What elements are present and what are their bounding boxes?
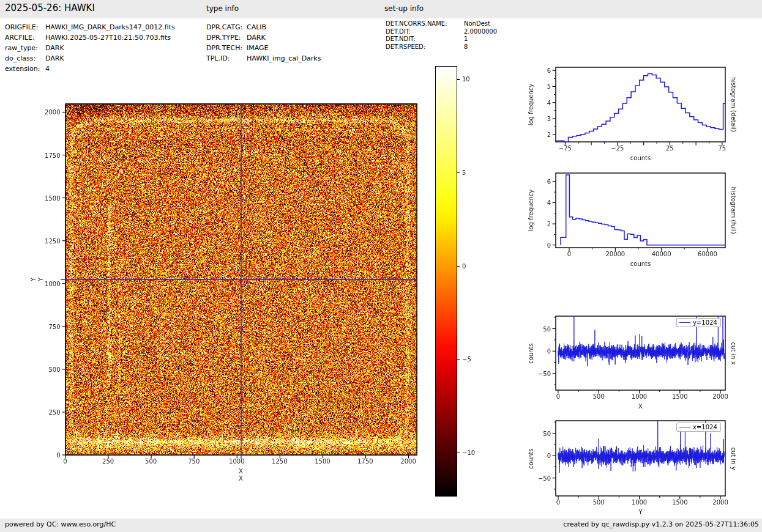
info-row: DET.DIT:2.0000000	[386, 28, 497, 36]
legend-box: x=1024	[676, 423, 721, 432]
info-label: DPR.CATG:	[206, 22, 247, 32]
setup-info-title: set-up info	[384, 4, 424, 13]
info-row: DET.NCORRS.NAME:NonDest	[386, 20, 497, 28]
info-value: 2.0000000	[464, 28, 497, 36]
info-label: ARCFILE:	[5, 32, 45, 43]
info-value: DARK	[45, 43, 64, 53]
type-info-block: DPR.CATG:CALIBDPR.TYPE:DARKDPR.TECH:IMAG…	[206, 22, 321, 64]
info-label: raw_type:	[5, 43, 45, 53]
info-label: DET.RSPEED:	[386, 43, 464, 51]
y-axis-label: counts	[528, 343, 534, 363]
x-axis-label: X	[239, 468, 243, 475]
y-axis-label: log frequency	[528, 190, 534, 232]
colorbar-tick-mark	[457, 172, 460, 173]
info-value: DARK	[247, 32, 266, 43]
info-value: IMAGE	[247, 43, 269, 53]
info-row: DET.NDIT:1	[386, 35, 497, 43]
info-row: TPL.ID:HAWKI_img_cal_Darks	[206, 53, 321, 64]
colorbar-tick-label: 10	[462, 76, 470, 83]
setup-info-block: DET.NCORRS.NAME:NonDestDET.DIT:2.0000000…	[386, 20, 497, 51]
legend-box: y=1024	[676, 318, 721, 327]
info-row: do_class:DARK	[5, 53, 175, 64]
info-label: extension:	[5, 64, 45, 74]
legend-label: x=1024	[693, 424, 717, 430]
info-label: do_class:	[5, 53, 45, 64]
legend-label: y=1024	[693, 319, 717, 326]
info-label: DET.NCORRS.NAME:	[386, 20, 464, 28]
info-label: DET.NDIT:	[386, 35, 464, 43]
hist_detail-plot-canvas	[547, 59, 734, 150]
info-row: raw_type:DARK	[5, 43, 175, 53]
info-row: DPR.TECH:IMAGE	[206, 43, 321, 53]
info-label: DPR.TECH:	[206, 43, 247, 53]
info-value: CALIB	[247, 22, 266, 32]
colorbar-tick-label: −10	[462, 449, 475, 456]
y-axis-label: counts	[528, 448, 534, 468]
x-axis-label: Y	[638, 509, 642, 515]
info-value: 1	[464, 35, 468, 43]
info-value: DARK	[45, 53, 64, 64]
info-value: HAWKI.2025-05-27T10:21:50.703.fits	[45, 32, 171, 43]
colorbar-tick-mark	[457, 266, 460, 267]
info-label: DET.DIT:	[386, 28, 464, 36]
info-value: NonDest	[464, 20, 490, 28]
info-row: ARCFILE:HAWKI.2025-05-27T10:21:50.703.fi…	[5, 32, 175, 43]
qc-report-page: 2025-05-26: HAWKI type info set-up info …	[0, 0, 762, 532]
y-axis-label: log frequency	[528, 84, 534, 126]
page-title: 2025-05-26: HAWKI	[5, 2, 95, 13]
colorbar-tick-mark	[457, 79, 460, 79]
type-info-title: type info	[206, 4, 239, 13]
colorbar-tick-mark	[457, 359, 460, 360]
hist_full-plot-canvas	[547, 164, 734, 256]
footer-created-by: created by qc_rawdisp.py v1.2.3 on 2025-…	[563, 520, 759, 528]
info-row: DPR.CATG:CALIB	[206, 22, 321, 32]
info-row: ORIGFILE:HAWKI_IMG_DARK_Darks147_0012.fi…	[5, 22, 175, 32]
header-bar	[0, 0, 762, 18]
x-axis-label: X	[638, 403, 643, 410]
info-label: DPR.TYPE:	[206, 32, 247, 43]
info-value: 4	[45, 64, 50, 74]
info-row: extension:4	[5, 64, 175, 74]
colorbar-tick-mark	[457, 453, 460, 453]
x-axis-label: X	[239, 475, 243, 482]
info-value: 8	[464, 43, 468, 51]
colorbar-tick-label: 0	[462, 262, 466, 269]
file-info-block: ORIGFILE:HAWKI_IMG_DARK_Darks147_0012.fi…	[5, 22, 175, 74]
legend-line-sample	[679, 427, 690, 427]
legend-line-sample	[679, 322, 690, 323]
x-axis-label: counts	[630, 260, 651, 267]
detector-image-canvas	[57, 95, 425, 464]
info-row: DET.RSPEED:8	[386, 43, 497, 51]
info-value: HAWKI_IMG_DARK_Darks147_0012.fits	[45, 22, 175, 32]
info-label: TPL.ID:	[206, 53, 247, 64]
colorbar-tick-label: 5	[462, 169, 466, 175]
colorbar-tick-label: −5	[462, 356, 471, 363]
y-axis-label: Y	[30, 278, 37, 281]
y-axis-label: Y	[37, 278, 43, 281]
footer-powered-by-link[interactable]: powered by QC: www.eso.org/HC	[5, 520, 116, 528]
colorbar	[435, 66, 457, 497]
info-value: HAWKI_img_cal_Darks	[247, 53, 321, 64]
info-label: ORIGFILE:	[5, 22, 45, 32]
info-row: DPR.TYPE:DARK	[206, 32, 321, 43]
x-axis-label: counts	[630, 155, 651, 161]
